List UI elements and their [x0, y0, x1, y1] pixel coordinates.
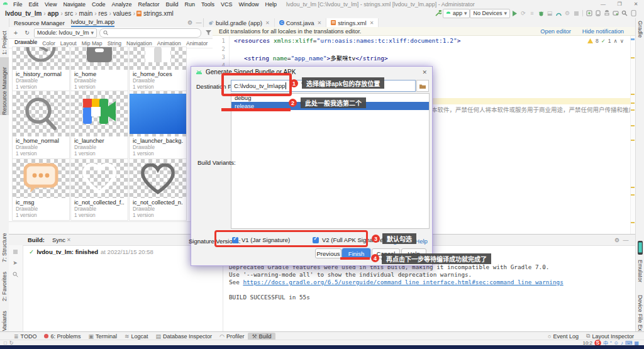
filter-icon[interactable]	[204, 29, 213, 36]
sidebar-item-resource-manager[interactable]: Resource Manager	[0, 57, 9, 115]
sdk-manager-icon[interactable]	[602, 9, 611, 17]
hide-panel-icon[interactable]: —	[194, 19, 203, 26]
breadcrumb-file[interactable]: strings.xml	[142, 10, 175, 17]
tab-const-java[interactable]: C Const.java✕	[275, 18, 327, 27]
gear-icon[interactable]: ⚙	[613, 236, 621, 244]
breadcrumb-values[interactable]: values	[112, 10, 133, 17]
drawable-card[interactable]: ic_not_collected_n...Drawable1 version	[129, 158, 187, 221]
menu-navigate[interactable]: Navigate	[60, 1, 89, 8]
breadcrumb-app[interactable]: app	[47, 10, 60, 17]
attach-debugger-icon[interactable]: ⚙	[563, 9, 572, 17]
filter-messages-icon[interactable]	[11, 270, 19, 278]
resource-manager-project-tab[interactable]: lvdou_tv_lm.app	[71, 18, 114, 27]
inspections-widget[interactable]: 8 ✓ 1 ∧ ∨	[587, 38, 624, 44]
drawable-card[interactable]: ic_launcher_backg...Drawable1 version	[129, 91, 187, 159]
add-resource-icon[interactable]: +	[11, 29, 20, 36]
tab-animator[interactable]: Animator	[184, 40, 210, 48]
close-button[interactable]: ✕	[628, 1, 644, 7]
toolwin-database-inspector[interactable]: ▤Database Inspector	[152, 333, 216, 340]
sidebar-item-project[interactable]: 1: Project	[0, 21, 9, 55]
build-status-row[interactable]: ✓ lvdou_tv_lm: finished at 2022/11/15 20…	[29, 248, 153, 255]
menu-refactor[interactable]: Refactor	[135, 1, 162, 8]
build-tab-sync[interactable]: Sync	[52, 236, 65, 243]
device-dropdown[interactable]: No Devices ▾	[470, 9, 510, 18]
previous-button[interactable]: Previous	[315, 248, 341, 258]
breadcrumb-main[interactable]: main	[78, 10, 94, 17]
drawable-card[interactable]: ic_home_focesDrawable1 version	[129, 47, 187, 92]
code-line-1[interactable]: <resources xmlns:xliff="urn:oasis:names:…	[234, 37, 460, 44]
menu-code[interactable]: Code	[89, 1, 109, 8]
editor-scrollbar[interactable]	[630, 36, 635, 234]
menu-edit[interactable]: Edit	[26, 1, 42, 8]
sidebar-item-structure[interactable]: 7: Structure	[0, 223, 9, 262]
toolwin-problems[interactable]: 6: Problems	[40, 333, 84, 340]
drawable-card[interactable]: ic_launcherDrawable1 version	[70, 91, 128, 159]
drawable-card[interactable]: ic_homeDrawable1 version	[70, 47, 128, 92]
menu-view[interactable]: View	[42, 1, 60, 8]
build-variants-list[interactable]: debug release	[231, 93, 430, 229]
profiler-icon[interactable]	[554, 9, 563, 17]
avd-manager-icon[interactable]	[594, 9, 602, 17]
menu-help[interactable]: Help	[262, 1, 280, 8]
gradle-docs-link[interactable]: https://docs.gradle.org/6.5/userguide/co…	[243, 279, 563, 285]
menu-file[interactable]: File	[10, 1, 26, 8]
resource-search-input[interactable]	[99, 28, 201, 38]
sidebar-item-emulator[interactable]: Emulator	[636, 260, 644, 292]
run-configurations-icon[interactable]: ≡	[528, 9, 536, 17]
menu-vcs[interactable]: VCS	[218, 1, 236, 8]
hide-notification-link[interactable]: Hide notification	[582, 28, 624, 35]
tab-build-gradle[interactable]: build.gradle (app)✕	[204, 18, 275, 27]
drawable-card[interactable]: ic_home_normalDrawable1 version	[12, 91, 70, 159]
breadcrumb-project[interactable]: lvdou_tv_lm	[4, 10, 43, 17]
search-everywhere-icon[interactable]	[620, 9, 629, 17]
refresh-icon[interactable]: ↻	[23, 29, 31, 36]
gear-icon[interactable]: ⚙	[186, 19, 194, 26]
maximize-button[interactable]: ❐	[611, 1, 628, 7]
toolwin-logcat[interactable]: ≋Logcat	[121, 333, 152, 340]
apply-changes-icon[interactable]: ⟳	[519, 9, 528, 17]
stop-build-icon[interactable]	[11, 248, 19, 255]
coverage-icon[interactable]: ⬓	[545, 9, 554, 17]
minimize-button[interactable]: —	[595, 1, 611, 7]
emulator-phone-icon[interactable]	[636, 238, 644, 257]
menu-run[interactable]: Run	[182, 1, 199, 8]
menu-window[interactable]: Window	[236, 1, 262, 8]
toolwin-build[interactable]: ⚒Build	[248, 333, 275, 340]
sidebar-item-favorites[interactable]: 2: Favorites	[0, 265, 9, 301]
code-line-3[interactable]: <string name="app_name">多聚咪tv</string>	[244, 53, 388, 62]
module-dropdown[interactable]: Module: lvdou_tv_lm ▾	[34, 28, 97, 38]
drawable-card[interactable]: ic_not_collected_f...Drawable1 version	[70, 158, 128, 221]
menu-build[interactable]: Build	[162, 1, 181, 8]
run-config-dropdown[interactable]: app ▾	[443, 9, 470, 18]
close-tab-icon[interactable]: ✕	[67, 237, 71, 243]
toolwin-todo[interactable]: ≣TODO	[10, 333, 40, 340]
browse-folder-button[interactable]	[416, 80, 429, 92]
open-editor-link[interactable]: Open editor	[540, 28, 571, 35]
breadcrumb-src[interactable]: src	[64, 10, 74, 17]
drawable-card[interactable]: ic_msgDrawable1 version	[12, 158, 70, 221]
close-tab-icon[interactable]: ✕	[318, 20, 322, 26]
close-tab-icon[interactable]: ✕	[370, 20, 374, 26]
drawable-card[interactable]: ic_history_normalDrawable1 version	[12, 47, 70, 92]
dialog-close-icon[interactable]: ✕	[417, 69, 432, 75]
prev-issue-icon[interactable]: ∧	[614, 38, 618, 44]
build-console[interactable]: Deprecated Gradle features were used in …	[229, 263, 631, 301]
run-button-icon[interactable]	[510, 9, 519, 17]
todo-icon: ≣	[14, 333, 19, 340]
device-file-explorer-icon[interactable]	[611, 9, 620, 17]
close-tab-icon[interactable]: ✕	[265, 20, 270, 26]
hide-panel-icon[interactable]: —	[621, 236, 630, 244]
menu-analyze[interactable]: Analyze	[108, 1, 135, 8]
toolwin-terminal[interactable]: ▣Terminal	[84, 333, 121, 340]
wrench-icon[interactable]	[434, 9, 443, 17]
login-avatar-icon[interactable]	[629, 9, 638, 17]
debug-icon[interactable]	[536, 9, 545, 17]
breadcrumb-res[interactable]: res	[97, 10, 109, 17]
sidebar-item-gradle[interactable]: Gradle	[636, 21, 644, 43]
menu-tools[interactable]: Tools	[198, 1, 218, 8]
toolwin-profiler[interactable]: ◠Profiler	[216, 333, 248, 340]
pin-icon[interactable]: ➤	[11, 259, 19, 267]
sync-gradle-icon[interactable]	[585, 9, 594, 17]
next-issue-icon[interactable]: ∨	[620, 38, 624, 44]
toolwin-event-log[interactable]: ○Event Log	[544, 333, 582, 340]
